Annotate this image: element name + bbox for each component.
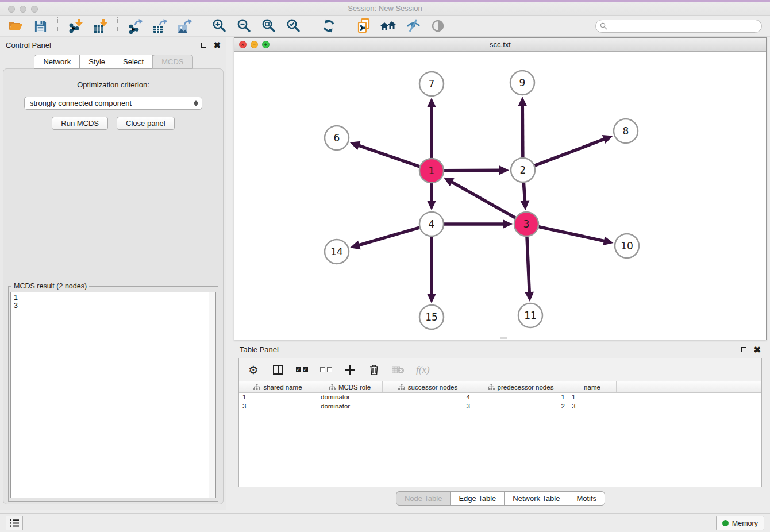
tab-node-table[interactable]: Node Table [396, 491, 451, 506]
duplicate-network-button[interactable] [354, 17, 374, 34]
column-header-label: name [584, 384, 600, 391]
table-cell[interactable]: 2 [473, 402, 568, 411]
table-cell[interactable]: 4 [383, 393, 473, 402]
delete-row-button[interactable] [368, 363, 380, 377]
table-cell[interactable]: 1 [239, 393, 317, 402]
list-icon [9, 519, 20, 527]
close-panel-icon[interactable]: ✖ [753, 347, 761, 352]
import-table-button[interactable] [90, 17, 110, 34]
graph-edge-3-11[interactable] [527, 237, 529, 295]
close-panel-icon[interactable]: ✖ [213, 43, 221, 48]
network-maximize-button[interactable]: + [262, 41, 270, 48]
tab-network[interactable]: Network [34, 55, 80, 69]
criterion-select[interactable]: strongly connected component [24, 97, 202, 110]
clear-all-checks-button[interactable] [319, 363, 332, 377]
column-header-MCDS-role[interactable]: MCDS role [317, 381, 383, 392]
network-minimize-button[interactable]: − [251, 41, 258, 48]
graph-node-7[interactable]: 7 [419, 72, 444, 96]
table-cell[interactable]: 1 [568, 393, 617, 402]
graph-node-2[interactable]: 2 [511, 158, 535, 182]
tab-network-table[interactable]: Network Table [504, 491, 568, 506]
graph-node-3[interactable]: 3 [514, 212, 538, 236]
node-table-header-row[interactable]: shared nameMCDS rolesuccessor nodesprede… [239, 381, 761, 393]
export-table-button[interactable] [150, 17, 170, 34]
graph-edge-4-14[interactable] [356, 228, 419, 246]
delete-table-button[interactable] [392, 363, 405, 377]
select-all-checks-button[interactable]: ✓✓ [295, 363, 308, 377]
show-command-panel-button[interactable] [6, 516, 23, 530]
zoom-fit-button[interactable] [259, 17, 279, 34]
table-row[interactable]: 1dominator411 [239, 393, 761, 402]
zoom-out-button[interactable] [234, 17, 254, 34]
graph-edge-3-10[interactable] [538, 227, 607, 242]
result-scrollbar[interactable] [209, 292, 215, 498]
toggle-columns-button[interactable] [271, 363, 284, 377]
graph-node-15[interactable]: 15 [419, 305, 444, 329]
network-close-button[interactable]: × [239, 41, 247, 48]
search-input[interactable] [595, 20, 762, 33]
tab-edge-table[interactable]: Edge Table [450, 491, 505, 506]
node-table-body[interactable]: 1dominator4113dominator323 [239, 393, 761, 411]
graph-edge-1-6[interactable] [356, 144, 419, 166]
open-session-button[interactable] [6, 17, 25, 34]
table-cell[interactable]: dominator [317, 402, 383, 411]
function-builder-button[interactable]: f(x) [416, 363, 430, 377]
table-cell[interactable]: 1 [473, 393, 568, 402]
hide-selection-button[interactable] [403, 17, 423, 34]
graph-edge-2-9[interactable] [522, 103, 523, 157]
column-header-predecessor-nodes[interactable]: predecessor nodes [473, 381, 568, 392]
svg-text:6: 6 [334, 132, 340, 144]
memory-button[interactable]: Memory [716, 516, 764, 530]
first-neighbors-button[interactable] [379, 17, 398, 34]
table-cell[interactable]: dominator [317, 393, 383, 402]
run-mcds-button[interactable]: Run MCDS [52, 117, 108, 130]
tab-motifs[interactable]: Motifs [568, 491, 605, 506]
graph-edge-1-2[interactable] [444, 170, 503, 171]
graph-edge-2-8[interactable] [535, 138, 607, 165]
tab-style[interactable]: Style [79, 55, 114, 69]
float-panel-icon[interactable] [741, 347, 746, 352]
export-image-button[interactable] [175, 17, 194, 34]
graph-node-11[interactable]: 11 [518, 303, 542, 327]
tab-mcds[interactable]: MCDS [152, 55, 192, 69]
refresh-button[interactable] [319, 17, 338, 34]
table-cell[interactable]: 3 [239, 402, 317, 411]
graph-node-8[interactable]: 8 [614, 119, 638, 143]
graph-node-6[interactable]: 6 [325, 126, 349, 150]
float-panel-icon[interactable] [201, 43, 206, 48]
titlebar-accent-strip [0, 0, 770, 2]
graph-edge-arrowhead [518, 97, 527, 106]
graph-node-9[interactable]: 9 [510, 71, 534, 95]
column-header-shared-name[interactable]: shared name [239, 381, 317, 392]
graph-edge-arrowhead [427, 201, 436, 210]
column-header-name[interactable]: name [568, 381, 617, 392]
show-hidden-button[interactable] [428, 17, 448, 34]
network-canvas[interactable]: 1234678910111415 [234, 52, 766, 340]
graph-node-1[interactable]: 1 [419, 159, 444, 183]
tab-select[interactable]: Select [114, 55, 153, 69]
network-window-traffic-lights[interactable]: × − + [239, 41, 270, 48]
mcds-result-text[interactable]: 1 3 [10, 292, 216, 498]
zoom-selected-button[interactable] [284, 17, 303, 34]
zoom-in-button[interactable] [210, 17, 229, 34]
network-window-titlebar[interactable]: × − + scc.txt [234, 38, 766, 52]
control-panel: Control Panel ✖ NetworkStyleSelectMCDS O… [0, 37, 226, 510]
network-resize-grip[interactable] [500, 337, 507, 339]
table-settings-button[interactable]: ⚙ [247, 363, 260, 377]
table-row[interactable]: 3dominator323 [239, 402, 761, 411]
export-network-button[interactable] [125, 17, 145, 34]
graph-node-14[interactable]: 14 [325, 240, 349, 264]
column-header-successor-nodes[interactable]: successor nodes [383, 381, 473, 392]
table-cell[interactable]: 3 [568, 402, 617, 411]
hierarchy-icon [253, 384, 260, 390]
table-cell[interactable]: 3 [383, 402, 473, 411]
graph-node-4[interactable]: 4 [419, 212, 444, 236]
graph-edge-arrowhead [499, 165, 509, 175]
close-panel-button[interactable]: Close panel [117, 117, 175, 130]
import-network-button[interactable] [66, 17, 85, 34]
column-header-label: shared name [263, 384, 302, 391]
add-row-button[interactable] [344, 363, 356, 377]
save-session-button[interactable] [30, 17, 50, 34]
graph-node-10[interactable]: 10 [615, 234, 639, 258]
graph-edge-3-1[interactable] [449, 180, 515, 218]
